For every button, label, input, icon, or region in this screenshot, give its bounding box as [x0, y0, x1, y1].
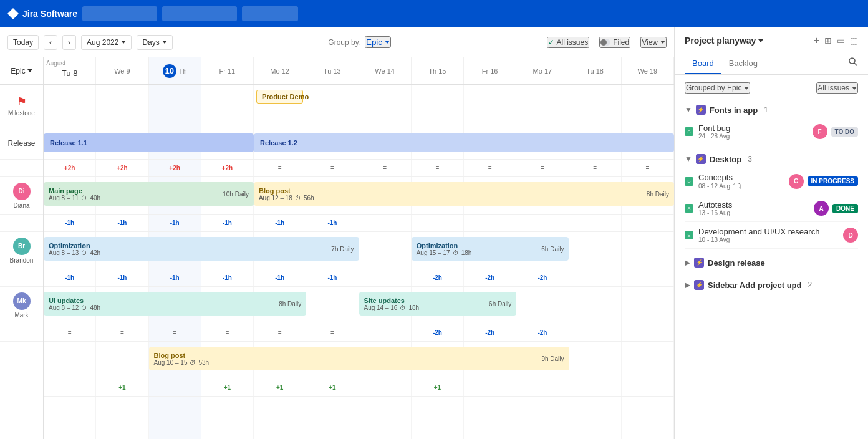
view-selector[interactable]: View	[640, 37, 667, 48]
font-bug-badge: TO DO	[831, 127, 858, 137]
month-label: Aug 2022	[87, 38, 118, 47]
milestone-row: Product Demo	[44, 85, 674, 127]
next-button[interactable]: ›	[62, 35, 76, 50]
app-name: Jira Software	[22, 9, 77, 19]
app-logo[interactable]: Jira Software	[7, 8, 77, 19]
epic-fonts-section: ▼ ⚡ Fonts in app 1 S Font bug 24 - 28 Av…	[685, 101, 858, 145]
epic-fonts-header[interactable]: ▼ ⚡ Fonts in app 1	[685, 101, 858, 118]
ms-col-7	[412, 85, 464, 127]
story-icon-autotests: S	[685, 204, 693, 213]
view-chevron-icon	[660, 41, 665, 44]
all-issues-text: All issues	[817, 84, 849, 92]
group-by-control: Group by: Epic	[328, 36, 391, 48]
add-icon[interactable]: +	[814, 35, 819, 46]
mark-blog-bar[interactable]: Blog post Aug 10 – 15 ⏱ 53h 9h Daily	[149, 347, 569, 370]
dlog-11	[622, 215, 674, 231]
dlog-9	[516, 215, 569, 231]
ms-col-6	[359, 85, 412, 127]
dev-meta: 10 - 13 Avg	[698, 236, 838, 243]
fonts-epic-count: 1	[764, 105, 768, 114]
group-by-label: Group by:	[328, 38, 361, 47]
concepts-sub-icon: 1 ⤵	[733, 182, 742, 190]
issue-font-bug[interactable]: S Font bug 24 - 28 Avg F TO DO	[685, 118, 858, 145]
brandon-avatar: Br	[13, 238, 31, 255]
product-demo-bar[interactable]: Product Demo	[256, 90, 303, 104]
dlog-6	[359, 215, 412, 231]
grouped-by-selector[interactable]: Grouped by Epic	[685, 82, 750, 94]
story-icon-dev: S	[685, 231, 693, 239]
epic-sidebar-header[interactable]: ▶ ⚡ Sidebar Add project upd 2	[685, 276, 858, 294]
days-label: Days	[142, 38, 159, 47]
concepts-avatar: C	[789, 174, 804, 189]
date-col-7: Th 15	[412, 57, 464, 84]
epic-selector[interactable]: Epic	[365, 36, 391, 48]
search-icon-btn[interactable]	[848, 54, 858, 74]
today-button[interactable]: Today	[7, 35, 39, 50]
date-col-1: We 9	[96, 57, 148, 84]
autotests-badge: DONE	[832, 204, 858, 213]
fonts-epic-icon: ⚡	[696, 105, 706, 115]
main-page-title: Main page	[49, 187, 223, 195]
date-col-6: We 14	[359, 57, 412, 84]
issue-autotests[interactable]: S Autotests 13 - 16 Aug A DONE	[685, 195, 858, 222]
expand-icon[interactable]: ⬚	[850, 36, 858, 46]
epic-label: Epic	[366, 37, 382, 47]
issue-dev-research[interactable]: S Development and UI/UX research 10 - 13…	[685, 222, 858, 249]
layout-icon[interactable]: ▭	[837, 36, 845, 46]
toolbar-right: ✓ All issues Filed View	[547, 37, 667, 48]
panel-toolbar: Grouped by Epic All issues	[685, 82, 858, 94]
site-updates-bar[interactable]: Site updates Aug 14 – 16 ⏱ 18h 6h Daily	[359, 292, 517, 316]
days-picker[interactable]: Days	[137, 35, 172, 50]
calendar-area: Today ‹ › Aug 2022 Days Group by: Epic	[0, 27, 675, 439]
sidebar-epic-count: 2	[808, 281, 812, 289]
ms-col-0	[44, 85, 96, 127]
rog-8: =	[464, 160, 516, 176]
release-1-2-bar[interactable]: Release 1.2	[254, 133, 674, 152]
all-issues-filter[interactable]: ✓ All issues	[547, 37, 590, 48]
epic-desktop-section: ▼ ⚡ Desktop 3 S Concepts 08 - 12 Aug 1 ⤵	[685, 150, 858, 249]
issue-concepts[interactable]: S Concepts 08 - 12 Aug 1 ⤵ C IN PROGRESS	[685, 168, 858, 195]
filed-filter[interactable]: Filed	[599, 37, 630, 48]
ui-updates-bar[interactable]: UI updates Aug 8 – 12 ⏱ 48h 8h Daily	[44, 292, 306, 316]
grid-icon[interactable]: ⊞	[824, 36, 832, 46]
top-nav: Jira Software	[0, 0, 868, 27]
user-brandon-cell: Br Brandon	[0, 232, 43, 269]
date-col-8: Fr 16	[464, 57, 516, 84]
epic-desktop-header[interactable]: ▼ ⚡ Desktop 3	[685, 150, 858, 168]
epic-chevron-icon	[385, 41, 390, 44]
main-page-bar[interactable]: Main page Aug 8 – 11 ⏱ 40h 10h Daily	[44, 182, 254, 206]
month-picker[interactable]: Aug 2022	[81, 35, 132, 50]
epic-column-header[interactable]: Epic	[0, 57, 43, 85]
milestone-label: Milestone	[8, 110, 35, 117]
panel-header: Project planyway + ⊞ ▭ ⬚ Board Backlog	[675, 27, 868, 75]
ms-col-4: Product Demo	[254, 85, 306, 127]
brandon-name: Brandon	[10, 257, 34, 264]
user-diana-cell: Di Diana	[0, 177, 43, 215]
mark-blog-row: Blog post Aug 10 – 15 ⏱ 53h 9h Daily	[44, 342, 674, 379]
concepts-meta: 08 - 12 Aug 1 ⤵	[698, 182, 784, 190]
mark-overlog-row2: +1 +1 +1 +1 +1	[44, 379, 674, 397]
diana-overlog-cell	[0, 215, 43, 232]
brandon-overlog-cell	[0, 269, 43, 287]
calendar-grid[interactable]: August Tu 8 We 9 10 Th Fr 11 Mo 12 Tu 13…	[44, 57, 674, 439]
date-col-11: We 19	[622, 57, 674, 84]
rog-2: +2h	[149, 160, 201, 176]
diana-name: Diana	[13, 202, 29, 209]
release-1-1-bar[interactable]: Release 1.1	[44, 133, 254, 152]
date-col-9: Mo 17	[516, 57, 569, 84]
dlog-8	[464, 215, 516, 231]
sidebar-epic-icon: ⚡	[694, 280, 704, 290]
ms-col-5	[306, 85, 359, 127]
ms-col-8	[464, 85, 516, 127]
tab-board[interactable]: Board	[685, 54, 721, 74]
optimization-1-bar[interactable]: Optimization Aug 8 – 13 ⏱ 42h 7h Daily	[44, 237, 359, 261]
concepts-badge: IN PROGRESS	[808, 176, 858, 186]
all-issues-selector[interactable]: All issues	[816, 82, 858, 94]
optimization-2-bar[interactable]: Optimization Aug 15 – 17 ⏱ 18h 6h Daily	[412, 237, 569, 261]
epic-sidebar-section: ▶ ⚡ Sidebar Add project upd 2	[685, 276, 858, 294]
diana-blog-bar[interactable]: Blog post Aug 12 – 18 ⏱ 56h 8h Daily	[254, 182, 674, 206]
tab-backlog[interactable]: Backlog	[721, 54, 765, 74]
prev-button[interactable]: ‹	[44, 35, 57, 50]
panel-body[interactable]: Grouped by Epic All issues ▼ ⚡ Fonts in …	[675, 75, 868, 439]
epic-design-header[interactable]: ▶ ⚡ Design release	[685, 254, 858, 271]
